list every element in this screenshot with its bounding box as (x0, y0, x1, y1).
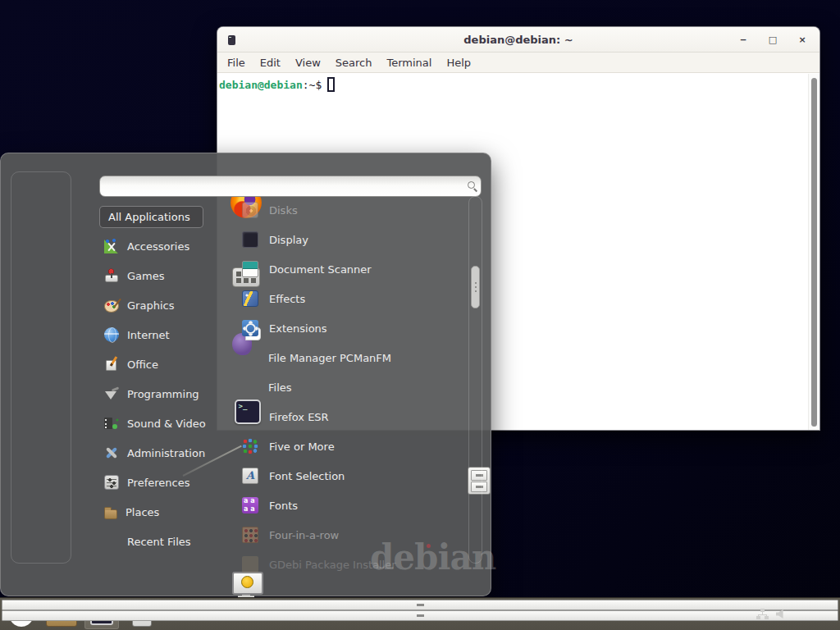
app-item[interactable]: GDebi Package Installer (234, 550, 467, 579)
category-item[interactable]: Accessories (98, 231, 233, 261)
category-item[interactable]: Graphics (98, 290, 233, 320)
app-item[interactable]: Fonts (234, 491, 467, 520)
prompt-user-host: debian@debian (219, 79, 303, 91)
app-label: Firefox ESR (269, 411, 329, 423)
category-list: Accessories Games Graphics Internet Offi… (98, 231, 233, 556)
app-item[interactable]: Font Selection (234, 461, 467, 491)
category-label: Office (127, 358, 158, 371)
app-label: Display (269, 234, 308, 246)
files-icon (243, 379, 258, 395)
app-label: Files (268, 381, 292, 394)
preferences-icon (104, 475, 119, 490)
category-item[interactable]: Internet (98, 320, 233, 349)
app-label: GDebi Package Installer (269, 559, 396, 571)
terminal-menubar: File Edit View Search Terminal Help (217, 52, 819, 73)
search-icon (468, 181, 475, 189)
app-item[interactable]: Document Scanner (234, 254, 467, 284)
sound-video-icon (104, 416, 119, 431)
category-item[interactable]: Games (98, 261, 233, 290)
category-label: Places (126, 506, 159, 518)
category-label: Sound & Video (127, 418, 206, 430)
app-item[interactable]: Firefox ESR (234, 402, 467, 431)
menubar-item[interactable]: Edit (253, 52, 288, 73)
prompt-colon: : (303, 79, 309, 91)
files-launcher[interactable] (125, 600, 159, 629)
app-list-scrollbar[interactable] (468, 196, 482, 564)
network-icon[interactable] (756, 609, 769, 619)
menu-search-wrap (99, 176, 482, 197)
category-label: Games (127, 270, 164, 282)
search-input[interactable] (99, 176, 482, 197)
close-button[interactable]: × (797, 27, 808, 52)
category-label: Accessories (127, 240, 189, 253)
app-label: File Manager PCManFM (268, 352, 391, 364)
graphics-icon (104, 298, 119, 313)
accessories-icon (104, 239, 119, 253)
office-icon (104, 357, 119, 372)
application-list: Disks Display Document Scanner Effects E… (234, 195, 467, 579)
minimize-button[interactable]: ‒ (737, 27, 749, 52)
administration-icon (104, 445, 119, 460)
menubar-item[interactable]: File (220, 52, 253, 73)
taskbar: [D] 01:06 (0, 597, 840, 630)
app-item[interactable]: Files (234, 372, 467, 402)
window-controls: ‒ □ × (737, 27, 808, 52)
category-item[interactable]: Programming (98, 379, 233, 409)
category-item[interactable]: Places (98, 497, 233, 527)
app-list-scrollbar-thumb[interactable] (471, 266, 480, 308)
internet-globe-icon (104, 327, 119, 342)
app-item[interactable]: Disks (234, 195, 467, 225)
app-item[interactable]: Five or More (234, 431, 467, 461)
taskbar-launchers: [D] (0, 600, 159, 629)
category-item[interactable]: Office (98, 349, 233, 379)
category-item[interactable]: Administration (98, 438, 233, 468)
prompt-dollar: $ (315, 79, 322, 91)
menubar-item[interactable]: View (288, 52, 328, 73)
category-label: Programming (127, 388, 199, 400)
terminal-titlebar[interactable]: debian@debian: ~ ‒ □ × (217, 27, 819, 52)
app-label: Effects (269, 293, 305, 305)
all-applications-label: All Applications (108, 211, 190, 223)
places-folder-icon (104, 509, 117, 519)
terminal-cursor (327, 77, 335, 92)
font-selection-icon (242, 468, 258, 484)
app-label: Extensions (269, 322, 327, 335)
app-item[interactable]: File Manager PCManFM (234, 343, 467, 372)
app-item[interactable]: Extensions (234, 313, 467, 343)
category-label: Administration (127, 447, 205, 459)
maximize-button[interactable]: □ (767, 27, 778, 52)
file-cabinet-icon (132, 602, 152, 627)
category-item[interactable]: Sound & Video (98, 409, 233, 438)
category-label: Graphics (127, 299, 174, 312)
app-label: Fonts (269, 500, 298, 512)
menubar-item[interactable]: Search (328, 52, 380, 73)
app-item[interactable]: Four-in-a-row (234, 520, 467, 550)
firefox-icon (242, 409, 258, 425)
games-icon (104, 268, 119, 283)
four-in-a-row-icon (242, 527, 258, 543)
terminal-scrollbar-thumb[interactable] (811, 78, 817, 427)
five-or-more-icon (242, 438, 258, 454)
application-menu: debian All Applications (0, 153, 491, 596)
menubar-item[interactable]: Help (439, 52, 478, 73)
prompt-path: ~ (309, 79, 316, 91)
extensions-gear-icon (242, 320, 258, 336)
app-item[interactable]: Effects (234, 284, 467, 313)
app-label: Five or More (269, 441, 335, 453)
category-item[interactable]: Recent Files (98, 527, 233, 556)
all-applications-button[interactable]: All Applications (99, 206, 203, 228)
menubar-item[interactable]: Terminal (379, 52, 439, 73)
window-title: debian@debian: ~ (217, 34, 819, 46)
category-label: Internet (127, 329, 170, 341)
display-icon (242, 231, 258, 248)
category-label: Preferences (127, 477, 189, 489)
fonts-icon (242, 497, 258, 514)
file-manager-icon (243, 349, 258, 366)
category-item[interactable]: Preferences (98, 468, 233, 497)
programming-icon (104, 386, 119, 401)
app-item[interactable]: Display (234, 225, 467, 254)
shell-prompt: debian@debian:~$ (219, 77, 818, 92)
favorites-panel (11, 171, 71, 564)
app-label: Four-in-a-row (269, 529, 339, 541)
terminal-scrollbar[interactable] (808, 74, 819, 430)
